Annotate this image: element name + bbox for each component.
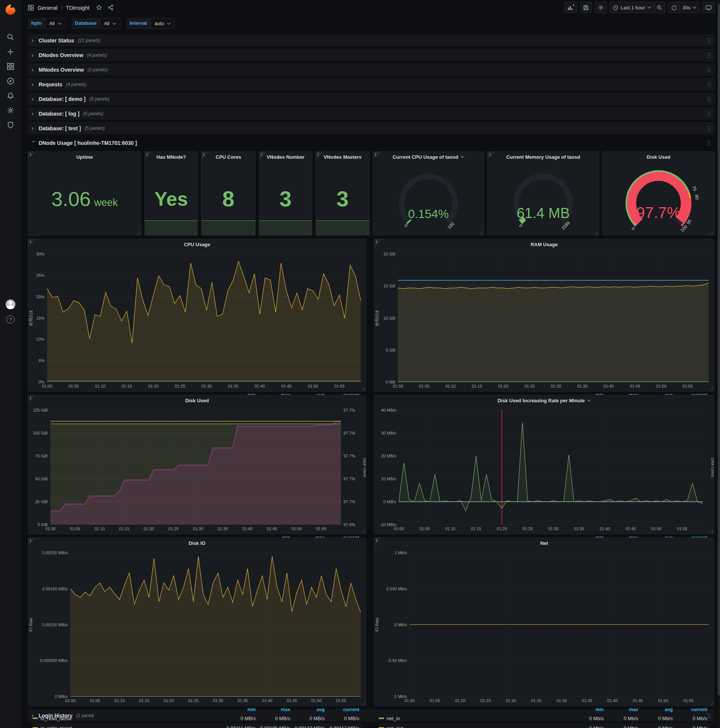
dashboard-settings-button[interactable] [595, 2, 607, 13]
help-icon[interactable]: ? [6, 315, 15, 323]
dashboard-row[interactable]: ›Database: [ log ](5 panels) [28, 107, 715, 120]
drag-handle-dots-icon[interactable] [707, 67, 711, 72]
add-panel-button[interactable] [564, 2, 577, 13]
explore-compass-icon[interactable] [6, 77, 15, 85]
drag-handle-dots-icon[interactable] [707, 111, 711, 116]
panel-title[interactable]: Disk Used Increasing Rate per Minute [374, 395, 714, 406]
dashboard-row[interactable]: ›Database: [ demo ](5 panels) [28, 93, 715, 105]
svg-text:30%: 30% [37, 252, 45, 256]
search-icon[interactable] [6, 33, 15, 41]
time-series-chart[interactable]: 01:0001:0501:1001:1501:2001:2501:3001:35… [28, 406, 366, 534]
info-icon[interactable]: i [488, 151, 496, 160]
alerting-bell-icon[interactable] [6, 92, 15, 100]
info-icon[interactable]: i [145, 151, 153, 160]
info-icon[interactable]: i [28, 538, 37, 546]
scrollbar-thumb[interactable] [718, 4, 720, 695]
dashboard-row[interactable]: ›Cluster Status(21 panels) [28, 34, 715, 46]
drag-handle-dots-icon[interactable] [707, 96, 711, 102]
panel-title[interactable]: Net [374, 538, 714, 548]
info-icon[interactable]: i [28, 151, 37, 160]
legend-value: 0 Mb/s [572, 716, 607, 721]
grafana-logo[interactable] [0, 0, 21, 20]
panel-title[interactable]: CPU Usage [28, 239, 366, 249]
dashboard-row-dnode-usage[interactable]: › DNode Usage [ huolinhe-TM1701:6030 ] [28, 136, 715, 149]
info-icon[interactable]: i [374, 239, 383, 247]
info-icon[interactable]: i [201, 151, 210, 160]
variable-interval-value[interactable]: auto [150, 18, 175, 29]
row-panel-count: (5 panels) [83, 111, 103, 116]
panel-title[interactable]: Disk Used [603, 151, 714, 162]
time-series-chart[interactable]: 01:0001:0501:1001:1501:2001:2501:3001:35… [374, 548, 714, 705]
panel-title[interactable]: Disk Used [28, 395, 366, 406]
share-icon[interactable] [108, 5, 114, 11]
stat-gauge-row: i Uptime 3.06week i Has MNode? Yes i CPU… [28, 151, 715, 236]
panel-uptime: i Uptime 3.06week [28, 151, 141, 236]
svg-text:01:50: 01:50 [308, 384, 318, 388]
info-icon[interactable]: i [28, 395, 37, 404]
dashboard-row[interactable]: ›Database: [ test ](5 panels) [28, 122, 715, 135]
variable-fqdn-value[interactable]: All [45, 18, 65, 29]
avatar-icon[interactable] [6, 300, 15, 309]
drag-handle-dots-icon[interactable] [707, 126, 711, 131]
legend-value: 0 Mb/s [676, 716, 710, 721]
svg-text:01:55: 01:55 [336, 698, 346, 703]
svg-text:97.7%: 97.7% [343, 431, 355, 435]
legend-series-toggle[interactable]: io_read_taosd [33, 716, 224, 721]
time-range-picker[interactable]: Last 1 hour [610, 2, 654, 13]
info-icon[interactable]: i [259, 151, 267, 160]
breadcrumb-folder[interactable]: General [38, 5, 57, 11]
dashboard-row[interactable]: ›DNodes Overview(4 panels) [28, 49, 715, 61]
legend-series-toggle[interactable]: io_write_taosd [33, 725, 224, 728]
breadcrumb-dashboard[interactable]: TDinsight [66, 5, 90, 11]
chevron-down-icon [461, 156, 464, 158]
cycle-view-tv-button[interactable] [702, 2, 715, 13]
stat-value: 8 [223, 186, 234, 211]
configuration-gear-icon[interactable] [6, 106, 15, 115]
legend-series-toggle[interactable]: net_in [379, 716, 572, 721]
svg-text:10%: 10% [37, 337, 45, 341]
stat-sparkline [259, 220, 312, 235]
legend-row: net_in0 Mb/s0 Mb/s0 Mb/s0 Mb/s [379, 713, 710, 723]
save-dashboard-button[interactable] [580, 2, 592, 13]
plus-icon[interactable] [6, 47, 15, 56]
svg-text:97.6%: 97.6% [343, 522, 355, 527]
dashboard-row[interactable]: ›Requests(4 panels) [28, 78, 715, 90]
svg-text:01:45: 01:45 [625, 526, 636, 531]
star-icon[interactable] [96, 5, 102, 11]
svg-text:01:20: 01:20 [497, 526, 507, 531]
zoom-out-button[interactable] [654, 2, 665, 13]
panel-title[interactable]: Uptime [28, 151, 141, 162]
svg-text:97.7%: 97.7% [343, 500, 355, 504]
svg-text:01:55: 01:55 [316, 526, 326, 531]
svg-text:01:05: 01:05 [90, 698, 100, 703]
info-icon[interactable]: i [373, 151, 381, 160]
panel-title[interactable]: Current Memory Usage of taosd [488, 151, 599, 162]
time-series-chart[interactable]: 01:0001:0501:1001:1501:2001:2501:3001:35… [374, 406, 714, 534]
refresh-interval-picker[interactable]: 30s [680, 2, 699, 13]
panel-title[interactable]: RAM Usage [374, 239, 714, 249]
row-title: Cluster Status [39, 38, 74, 44]
server-admin-shield-icon[interactable] [6, 121, 15, 129]
time-series-chart[interactable]: 01:0001:0501:1001:1501:2001:2501:3001:35… [374, 249, 714, 391]
svg-text:1 Mb/s: 1 Mb/s [395, 551, 407, 555]
panel-title[interactable]: Disk IO [28, 538, 366, 548]
drag-handle-dots-icon[interactable] [707, 82, 711, 87]
refresh-button[interactable] [668, 2, 680, 13]
drag-handle-dots-icon[interactable] [707, 140, 711, 145]
svg-text:01:45: 01:45 [633, 698, 643, 703]
svg-text:01:25: 01:25 [175, 384, 185, 388]
time-series-chart[interactable]: 01:0001:0501:1001:1501:2001:2501:3001:35… [28, 548, 366, 705]
dashboards-grid-icon[interactable] [6, 62, 15, 70]
dashboard-row[interactable]: ›MNodes Overview(2 panels) [28, 63, 715, 76]
panel-title[interactable]: Current CPU Usage of taosd [373, 151, 484, 162]
variable-database-value[interactable]: All [100, 18, 120, 29]
time-series-chart[interactable]: 01:0001:0501:1001:1501:2001:2501:3001:35… [28, 249, 366, 391]
drag-handle-dots-icon[interactable] [707, 52, 711, 58]
row-title: Requests [39, 81, 62, 87]
drag-handle-dots-icon[interactable] [707, 38, 711, 43]
svg-text:01:15: 01:15 [139, 698, 149, 703]
info-icon[interactable]: i [28, 239, 37, 247]
info-icon[interactable]: i [316, 151, 324, 160]
legend-series-toggle[interactable]: net_out [379, 725, 572, 728]
info-icon[interactable]: i [374, 538, 383, 546]
